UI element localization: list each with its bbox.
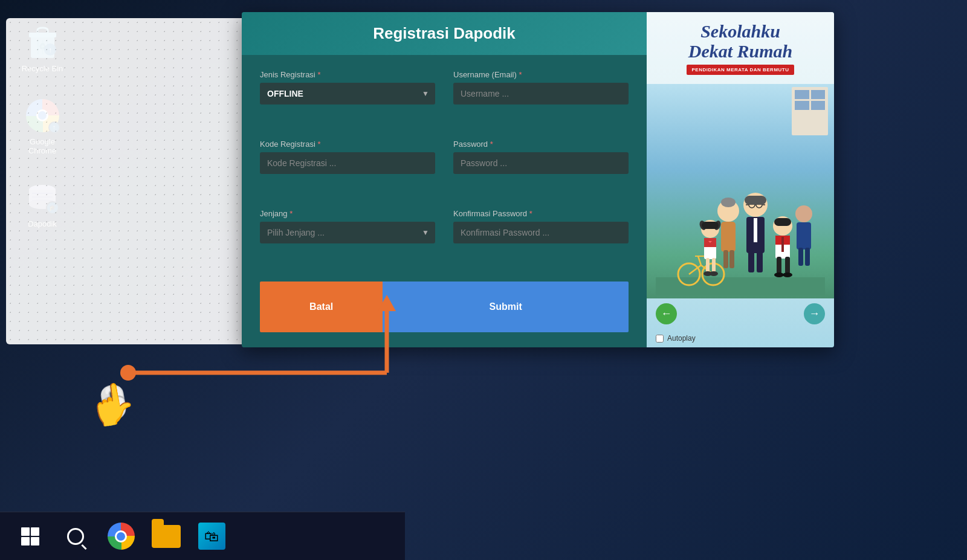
jenis-registrasi-field: Jenis Registrasi * OFFLINE ONLINE ▼ — [260, 70, 435, 127]
svg-rect-36 — [757, 251, 763, 272]
svg-rect-23 — [721, 222, 736, 252]
konfirmasi-password-label: Konfirmasi Password * — [453, 209, 629, 218]
svg-rect-24 — [723, 250, 728, 268]
characters-svg — [656, 175, 825, 295]
svg-rect-57 — [797, 222, 811, 249]
submit-button[interactable]: Submit — [383, 282, 629, 332]
school-title-area: Sekolahku Dekat Rumah PENDIDIKAN MERATA … — [647, 12, 834, 84]
svg-rect-32 — [745, 196, 766, 205]
svg-rect-25 — [729, 250, 734, 268]
svg-rect-43 — [706, 258, 710, 273]
svg-point-56 — [795, 205, 812, 222]
svg-point-60 — [120, 365, 136, 381]
svg-rect-51 — [781, 237, 784, 252]
taskbar: 🛍 — [0, 512, 405, 560]
kode-registrasi-input[interactable] — [260, 152, 435, 174]
svg-rect-58 — [798, 248, 803, 266]
school-title-text: Sekolahku Dekat Rumah — [656, 21, 825, 61]
nav-arrows-row: ← → — [647, 298, 834, 329]
password-input[interactable] — [453, 152, 629, 174]
svg-rect-34 — [754, 218, 757, 242]
jenjang-label: Jenjang * — [260, 209, 435, 218]
svg-rect-14 — [656, 277, 825, 295]
jenis-registrasi-wrapper: OFFLINE ONLINE ▼ — [260, 83, 435, 105]
svg-point-46 — [710, 271, 718, 276]
password-label: Password * — [453, 140, 629, 149]
username-field: Username (Email) * — [453, 70, 629, 127]
username-input[interactable] — [453, 83, 629, 105]
svg-rect-59 — [805, 248, 810, 266]
form-panel: Registrasi Dapodik Jenis Registrasi * OF… — [242, 12, 647, 347]
svg-point-22 — [721, 198, 736, 207]
svg-point-54 — [774, 272, 784, 277]
jenjang-wrapper: Pilih Jenjang ... SD SMP SMA SMK ▼ — [260, 222, 435, 243]
autoplay-checkbox[interactable] — [656, 335, 664, 343]
nav-prev-button[interactable]: ← — [656, 303, 677, 324]
jenis-registrasi-select[interactable]: OFFLINE ONLINE — [260, 83, 435, 105]
taskbar-file-explorer[interactable] — [145, 515, 187, 558]
autoplay-row: Autoplay — [647, 329, 834, 347]
taskbar-store[interactable]: 🛍 — [190, 515, 233, 558]
svg-rect-53 — [785, 257, 790, 274]
username-label: Username (Email) * — [453, 70, 629, 79]
cursor-hand-annotation: 🖱️ — [91, 381, 136, 424]
konfirmasi-password-input[interactable] — [453, 222, 629, 243]
form-body: Jenis Registrasi * OFFLINE ONLINE ▼ — [242, 55, 647, 347]
password-field: Password * — [453, 140, 629, 197]
start-button[interactable] — [9, 515, 51, 558]
svg-point-55 — [783, 272, 792, 277]
taskbar-search[interactable] — [54, 515, 97, 558]
konfirmasi-password-field: Konfirmasi Password * — [453, 209, 629, 266]
nav-next-button[interactable]: → — [804, 303, 825, 324]
svg-rect-52 — [777, 257, 781, 274]
jenjang-field: Jenjang * Pilih Jenjang ... SD SMP SMA S… — [260, 209, 435, 266]
illustration-area — [647, 84, 834, 298]
autoplay-label: Autoplay — [667, 334, 696, 343]
batal-button[interactable]: Batal — [260, 282, 383, 332]
dialog-container: Registrasi Dapodik Jenis Registrasi * OF… — [230, 12, 864, 369]
form-buttons: Batal Submit — [260, 282, 629, 332]
image-panel: Sekolahku Dekat Rumah PENDIDIKAN MERATA … — [647, 12, 834, 347]
dialog-title: Registrasi Dapodik — [260, 24, 629, 43]
svg-rect-35 — [748, 251, 754, 272]
ribbon-banner: PENDIDIKAN MERATA DAN BERMUTU — [687, 65, 794, 75]
jenis-registrasi-label: Jenis Registrasi * — [260, 70, 435, 79]
svg-line-19 — [698, 256, 701, 265]
kode-registrasi-label: Kode Registrasi * — [260, 140, 435, 149]
svg-rect-40 — [702, 222, 719, 229]
dialog-box: Registrasi Dapodik Jenis Registrasi * OF… — [242, 12, 834, 347]
building-bg — [792, 87, 828, 135]
form-header: Registrasi Dapodik — [242, 12, 647, 55]
kode-registrasi-field: Kode Registrasi * — [260, 140, 435, 197]
desktop: ♻ ↑ Recycle Bin ↑ — [0, 0, 967, 560]
svg-rect-48 — [774, 218, 791, 226]
jenjang-select[interactable]: Pilih Jenjang ... SD SMP SMA SMK — [260, 222, 435, 243]
svg-rect-44 — [712, 258, 716, 273]
taskbar-chrome[interactable] — [100, 515, 142, 558]
